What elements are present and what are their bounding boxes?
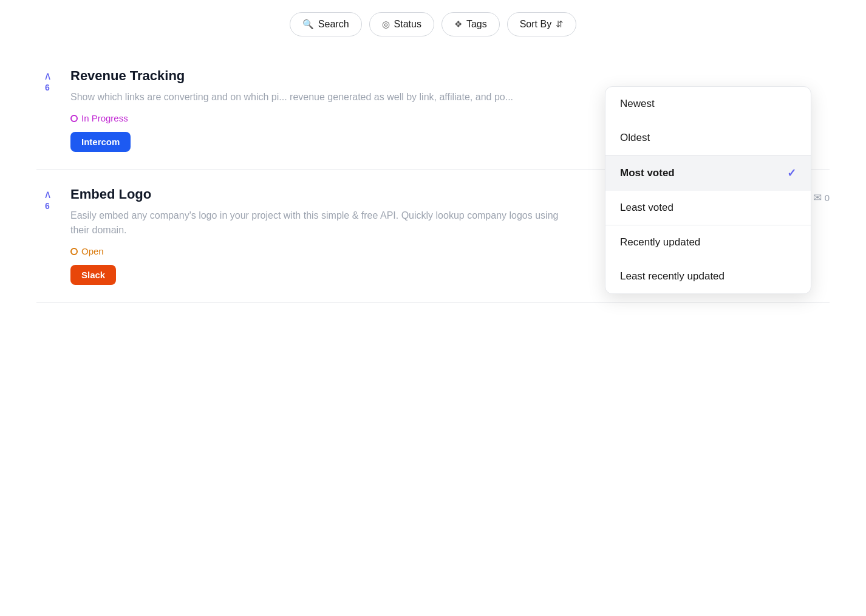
sort-option-most-voted[interactable]: Most voted ✓: [605, 156, 811, 191]
status-dot: [70, 115, 78, 122]
toolbar: 🔍 Search ◎ Status ❖ Tags Sort By ⇵: [0, 0, 866, 51]
sort-option-recently-updated[interactable]: Recently updated: [605, 225, 811, 259]
search-button[interactable]: 🔍 Search: [290, 12, 362, 36]
tag-button-intercom[interactable]: Intercom: [70, 132, 131, 152]
tag-button-slack[interactable]: Slack: [70, 265, 116, 285]
status-label: In Progress: [81, 113, 128, 123]
feature-description: Show which links are converting and on w…: [70, 90, 568, 104]
vote-section: ∧ 6: [36, 187, 58, 285]
sort-option-label: Newest: [620, 98, 655, 110]
sort-icon: ⇵: [556, 19, 564, 30]
main-content: ∧ 6 Revenue Tracking Show which links ar…: [0, 51, 866, 303]
sort-label: Sort By: [520, 19, 551, 30]
feature-description: Easily embed any company's logo in your …: [70, 208, 568, 238]
tags-label: Tags: [466, 19, 487, 30]
status-label: Status: [394, 19, 421, 30]
check-icon: ✓: [787, 166, 796, 180]
sort-option-label: Recently updated: [620, 236, 700, 248]
comment-icon: ✉: [813, 191, 822, 204]
sort-option-label: Least recently updated: [620, 270, 725, 282]
upvote-button[interactable]: ∧: [44, 189, 52, 200]
status-icon: ◎: [382, 19, 390, 30]
search-label: Search: [318, 19, 349, 30]
upvote-button[interactable]: ∧: [44, 70, 52, 81]
comment-count: ✉ 0: [813, 191, 830, 204]
comment-number: 0: [825, 193, 830, 203]
feature-title: Revenue Tracking: [70, 68, 830, 84]
search-icon: 🔍: [302, 19, 314, 30]
tags-button[interactable]: ❖ Tags: [442, 12, 500, 36]
sort-option-newest[interactable]: Newest: [605, 87, 811, 121]
sort-by-button[interactable]: Sort By ⇵: [507, 12, 576, 36]
sort-option-least-recently-updated[interactable]: Least recently updated: [605, 259, 811, 293]
sort-option-label: Most voted: [620, 167, 675, 179]
vote-count: 6: [45, 83, 50, 92]
sort-option-label: Least voted: [620, 202, 673, 214]
vote-section: ∧ 6: [36, 68, 58, 152]
status-label: Open: [81, 246, 104, 256]
sort-option-least-voted[interactable]: Least voted: [605, 191, 811, 225]
status-dot: [70, 248, 78, 255]
sort-option-oldest[interactable]: Oldest: [605, 121, 811, 155]
sort-dropdown: Newest Oldest Most voted ✓ Least voted R…: [605, 86, 811, 294]
vote-count: 6: [45, 201, 50, 211]
status-button[interactable]: ◎ Status: [369, 12, 434, 36]
sort-option-label: Oldest: [620, 132, 650, 144]
tags-icon: ❖: [454, 19, 462, 30]
